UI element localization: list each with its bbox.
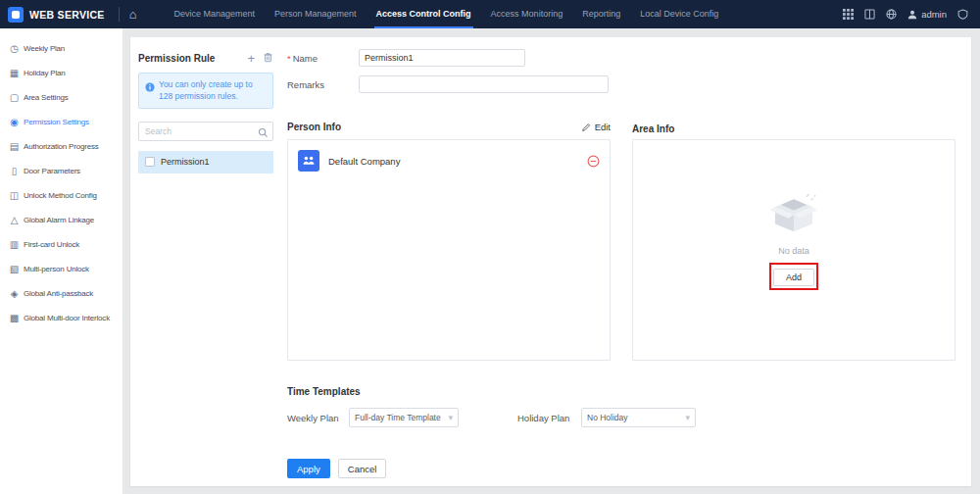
rule-name: Permission1 [161, 157, 210, 167]
sidebar-item-label: Multi-person Unlock [24, 265, 89, 273]
search-input[interactable] [138, 122, 273, 141]
info-icon [145, 78, 155, 103]
module-icon[interactable] [864, 9, 875, 20]
no-data-text: No data [778, 246, 809, 256]
edit-label: Edit [595, 122, 611, 132]
rule-list: Permission1 [138, 151, 273, 173]
organization-icon [298, 150, 319, 172]
apply-button[interactable]: Apply [287, 459, 330, 478]
permission-settings-icon: ◉ [9, 117, 20, 127]
person-row-name: Default Company [328, 156, 578, 167]
required-mark: * [287, 53, 291, 64]
global-alarm-linkage-icon: △ [9, 215, 20, 225]
person-info-panel: Default Company [287, 139, 611, 361]
rule-search [138, 121, 273, 141]
sidebar-item-label: Permission Settings [24, 118, 89, 126]
person-row: Default Company [294, 146, 604, 175]
person-info-header: Person Info Edit [287, 122, 611, 132]
add-rule-icon[interactable]: + [247, 52, 255, 65]
chevron-down-icon: ▾ [448, 413, 453, 422]
sidebar-item-label: Unlock Method Config [24, 191, 97, 200]
nav-access-monitoring[interactable]: Access Monitoring [481, 0, 573, 28]
pencil-icon [581, 123, 591, 132]
name-label-text: Name [293, 53, 318, 64]
sidebar-item-label: Holiday Plan [24, 69, 66, 77]
user-icon [907, 10, 917, 20]
authorization-progress-icon: ▤ [9, 141, 20, 152]
first-card-unlock-icon: ▥ [9, 239, 20, 250]
multi-person-unlock-icon: ▧ [9, 264, 20, 274]
annotation-highlight: Add [769, 263, 818, 290]
sidebar-item-global-anti-passback[interactable]: ◈ Global Anti-passback [0, 281, 122, 306]
sidebar-item-door-parameters[interactable]: ▯ Door Parameters [0, 159, 122, 183]
chevron-down-icon: ▾ [685, 413, 690, 422]
rule-panel-header: Permission Rule + [138, 45, 273, 71]
holiday-plan-select[interactable]: No Holiday ▾ [581, 408, 696, 427]
time-templates-row: Weekly Plan Full-day Time Template ▾ Hol… [287, 408, 696, 427]
weekly-plan-select[interactable]: Full-day Time Template ▾ [349, 408, 459, 427]
remarks-label: Remarks [287, 79, 359, 90]
empty-box-illustration [768, 192, 819, 239]
nav-access-control-config[interactable]: Access Control Config [367, 0, 481, 28]
form-actions: Apply Cancel [287, 459, 386, 478]
sidebar-item-permission-settings[interactable]: ◉ Permission Settings [0, 110, 122, 134]
notice-text: You can only create up to 128 permission… [159, 78, 267, 103]
name-label: *Name [287, 53, 359, 64]
sidebar-item-authorization-progress[interactable]: ▤ Authorization Progress [0, 134, 122, 159]
nav-reporting[interactable]: Reporting [572, 0, 630, 28]
rule-checkbox[interactable] [145, 157, 155, 167]
area-info-title: Area Info [632, 124, 674, 134]
sidebar-item-multi-person-unlock[interactable]: ▧ Multi-person Unlock [0, 257, 122, 281]
add-area-button[interactable]: Add [773, 269, 814, 286]
permission-form: *Name Remarks Person Info Edit Area Info [287, 41, 959, 478]
shield-icon[interactable] [957, 9, 968, 20]
help-icon[interactable] [886, 9, 897, 20]
global-anti-passback-icon: ◈ [9, 288, 20, 299]
app-logo-icon [8, 7, 24, 23]
sidebar-item-holiday-plan[interactable]: ▦ Holiday Plan [0, 61, 122, 85]
delete-rule-icon[interactable] [263, 49, 273, 67]
permission-rule-panel: Permission Rule + You can only create up… [138, 41, 273, 482]
rule-limit-notice: You can only create up to 128 permission… [138, 73, 273, 109]
sidebar-item-label: Global Alarm Linkage [24, 216, 94, 224]
sidebar: ◷ Weekly Plan ▦ Holiday Plan ▢ Area Sett… [0, 28, 122, 494]
name-field[interactable] [359, 49, 525, 67]
rule-panel-title: Permission Rule [138, 53, 247, 64]
brand: WEB SERVICE [0, 7, 115, 23]
weekly-plan-icon: ◷ [9, 43, 20, 54]
user-menu[interactable]: admin [907, 9, 947, 20]
brand-name: WEB SERVICE [29, 9, 105, 21]
nav-device-management[interactable]: Device Management [164, 0, 265, 28]
person-info-title: Person Info [287, 122, 341, 132]
sidebar-item-label: Global Anti-passback [24, 289, 93, 298]
main-nav: Device Management Person Management Acce… [164, 0, 728, 28]
remarks-field[interactable] [359, 75, 609, 93]
topbar-divider [119, 7, 120, 22]
sidebar-item-label: Weekly Plan [24, 44, 65, 53]
remove-person-icon[interactable] [587, 155, 600, 168]
sidebar-item-area-settings[interactable]: ▢ Area Settings [0, 85, 122, 110]
holiday-plan-icon: ▦ [9, 68, 20, 78]
area-settings-icon: ▢ [9, 92, 20, 103]
door-parameters-icon: ▯ [9, 166, 20, 176]
sidebar-item-label: Area Settings [24, 93, 68, 102]
sidebar-item-first-card-unlock[interactable]: ▥ First-card Unlock [0, 232, 122, 257]
holiday-plan-label: Holiday Plan [517, 413, 581, 423]
topbar-actions: admin [843, 9, 980, 20]
sidebar-item-global-alarm-linkage[interactable]: △ Global Alarm Linkage [0, 208, 122, 232]
sidebar-item-label: Authorization Progress [24, 142, 99, 151]
cancel-button[interactable]: Cancel [338, 459, 387, 478]
sidebar-item-global-multi-door-interlock[interactable]: ▩ Global Multi-door Interlock [0, 306, 122, 330]
nav-local-device-config[interactable]: Local Device Config [630, 0, 728, 28]
sidebar-item-weekly-plan[interactable]: ◷ Weekly Plan [0, 36, 122, 61]
home-icon[interactable]: ⌂ [123, 0, 143, 28]
area-empty-state: No data Add [768, 192, 819, 290]
sidebar-item-unlock-method-config[interactable]: ◫ Unlock Method Config [0, 183, 122, 208]
nav-person-management[interactable]: Person Management [265, 0, 367, 28]
holiday-plan-value: No Holiday [587, 413, 628, 422]
apps-grid-icon[interactable] [843, 9, 854, 20]
rule-list-item[interactable]: Permission1 [138, 151, 273, 173]
search-icon[interactable] [258, 124, 269, 142]
sidebar-item-label: First-card Unlock [24, 240, 79, 249]
edit-button[interactable]: Edit [581, 122, 611, 132]
